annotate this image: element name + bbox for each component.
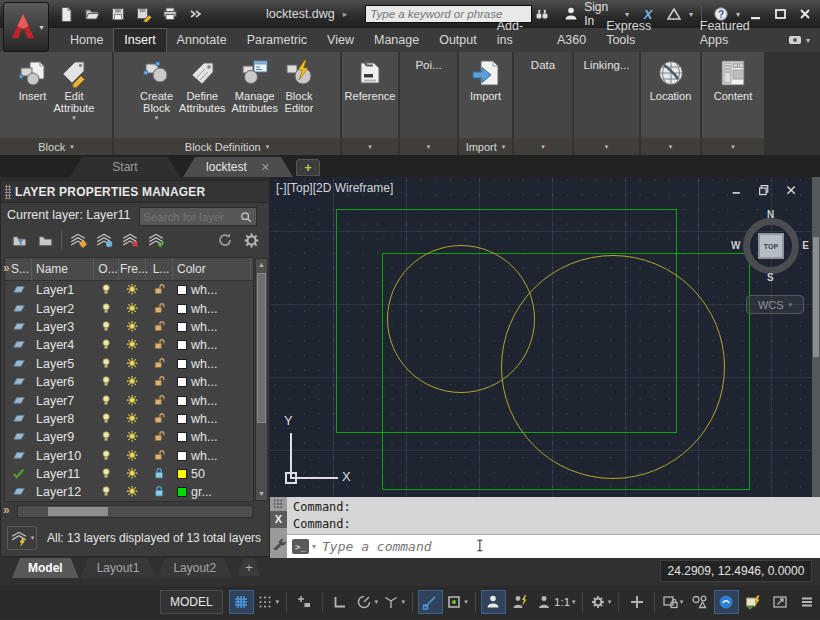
layer-locked-icon[interactable] <box>146 483 173 501</box>
location-button[interactable]: Location <box>648 55 694 103</box>
layer-color-cell[interactable]: wh... <box>173 410 251 428</box>
layer-on-icon[interactable] <box>94 336 119 354</box>
layer-on-icon[interactable] <box>94 465 119 483</box>
layer-row[interactable]: Layer6wh... <box>5 373 253 391</box>
layer-unlocked-icon[interactable] <box>146 355 173 373</box>
panel-expand-caret-icon[interactable]: ▾ <box>731 143 735 151</box>
layer-freeze-icon[interactable] <box>119 483 146 501</box>
isolate-objects-button[interactable] <box>687 590 712 614</box>
file-tab-close-icon[interactable]: ✕ <box>261 161 270 174</box>
ribbon-tab-home[interactable]: Home <box>60 29 113 52</box>
annotation-visibility-toggle[interactable] <box>481 590 506 614</box>
ribbon-tab-output[interactable]: Output <box>429 29 487 52</box>
ribbon-display-toggle[interactable]: ▾ <box>787 32 810 52</box>
command-input-row[interactable]: >_ ▾ <box>287 534 820 558</box>
save-as-button[interactable] <box>134 4 154 24</box>
layout-tab-layout2[interactable]: Layout2 <box>157 558 232 578</box>
application-menu-button[interactable]: ▾ <box>3 2 49 52</box>
viewcube-top-face[interactable]: TOP <box>758 233 784 259</box>
ribbon-tab-view[interactable]: View <box>317 29 364 52</box>
ribbon-tab-parametric[interactable]: Parametric <box>237 29 317 52</box>
hscroll-thumb[interactable] <box>48 507 108 516</box>
file-tab-start[interactable]: Start <box>70 157 180 177</box>
viewcube-east[interactable]: E <box>802 240 809 251</box>
layer-color-cell[interactable]: wh... <box>173 336 251 354</box>
layer-color-cell[interactable]: wh... <box>173 355 251 373</box>
hardware-acceleration-toggle[interactable] <box>714 590 739 614</box>
command-caret-icon[interactable]: ▾ <box>312 542 316 551</box>
panel-expand-caret-icon[interactable]: ▾ <box>70 143 74 151</box>
new-file-tab-button[interactable]: + <box>296 159 320 176</box>
layer-vertical-scrollbar[interactable]: ▲ ▼ <box>255 258 268 501</box>
layer-on-icon[interactable] <box>94 410 119 428</box>
set-current-layer-button[interactable] <box>146 230 166 250</box>
collapse-chevron-bottom-icon[interactable]: » <box>3 503 10 517</box>
content-button[interactable]: Content <box>712 55 755 103</box>
new-layer-frozen-button[interactable] <box>94 230 114 250</box>
layout-tab-layout1[interactable]: Layout1 <box>81 558 156 578</box>
grip-dots-icon[interactable] <box>273 499 283 509</box>
viewport-close-button[interactable] <box>785 184 798 197</box>
panel-title-bar[interactable]: Import▾ <box>459 138 512 155</box>
layer-freeze-icon[interactable] <box>119 355 146 373</box>
viewport-restore-button[interactable] <box>758 184 771 197</box>
layer-on-icon[interactable] <box>94 281 119 299</box>
graphics-performance-button[interactable] <box>741 590 766 614</box>
collapse-chevron-icon[interactable]: » <box>3 261 10 275</box>
layer-locked-icon[interactable] <box>146 465 173 483</box>
layer-unlocked-icon[interactable] <box>146 391 173 409</box>
layer-color-cell[interactable]: wh... <box>173 373 251 391</box>
layer-on-icon[interactable] <box>94 355 119 373</box>
column-header-5[interactable]: Color <box>173 258 251 280</box>
layer-freeze-icon[interactable] <box>119 336 146 354</box>
wcs-dropdown[interactable]: WCS ▾ <box>746 295 804 314</box>
ortho-mode-toggle[interactable] <box>328 590 353 614</box>
save-button[interactable] <box>108 4 128 24</box>
dropdown-caret-icon[interactable]: ▾ <box>72 114 76 122</box>
layer-search-box[interactable] <box>139 207 257 226</box>
settings-button[interactable] <box>241 230 261 250</box>
close-button[interactable] <box>794 4 816 24</box>
layer-row[interactable]: Layer9wh... <box>5 428 253 446</box>
panel-title-bar[interactable]: Block▾ <box>0 138 112 155</box>
open-file-button[interactable] <box>82 4 102 24</box>
ribbon-tab-a360[interactable]: A360 <box>547 29 596 52</box>
import-button[interactable]: Import <box>468 55 503 103</box>
workspace-switching-button[interactable]: ▾ <box>588 590 613 614</box>
panel-expand-caret-icon[interactable]: ▾ <box>266 143 270 151</box>
layer-freeze-icon[interactable] <box>119 428 146 446</box>
panel-title-bar[interactable]: ▾ <box>641 138 700 155</box>
command-prompt-icon[interactable]: >_ <box>292 539 309 554</box>
new-group-filter-button[interactable] <box>35 230 55 250</box>
layer-row[interactable]: Layer5wh... <box>5 355 253 373</box>
layer-row[interactable]: Layer10wh... <box>5 447 253 465</box>
layer-unlocked-icon[interactable] <box>146 410 173 428</box>
layer-on-icon[interactable] <box>94 483 119 501</box>
layer-freeze-icon[interactable] <box>119 299 146 317</box>
panel-title-bar[interactable]: ▾ <box>574 138 639 155</box>
command-input[interactable] <box>322 539 622 554</box>
layer-on-icon[interactable] <box>94 447 119 465</box>
layer-color-cell[interactable]: gr... <box>173 483 251 501</box>
scroll-up-icon[interactable]: ▲ <box>256 259 267 271</box>
layer-freeze-icon[interactable] <box>119 281 146 299</box>
layer-row[interactable]: Layer1150 <box>5 465 253 483</box>
viewport-minimize-button[interactable] <box>731 184 744 197</box>
object-snap-toggle[interactable]: ▾ <box>445 590 470 614</box>
layer-color-cell[interactable]: wh... <box>173 447 251 465</box>
annotation-scale-button[interactable]: 1:1▾ <box>535 590 578 614</box>
layer-row[interactable]: Layer7wh... <box>5 391 253 409</box>
panel-title-bar[interactable]: ▾ <box>514 138 572 155</box>
polar-tracking-toggle[interactable]: ▾ <box>355 590 380 614</box>
panel-title-bar[interactable]: ▾ <box>702 138 764 155</box>
layer-on-icon[interactable] <box>94 318 119 336</box>
panel-expand-caret-icon[interactable]: ▾ <box>368 143 372 151</box>
layer-freeze-icon[interactable] <box>119 391 146 409</box>
ribbon-tab-add-ins[interactable]: Add-ins <box>487 15 547 52</box>
layer-freeze-icon[interactable] <box>119 465 146 483</box>
layer-on-icon[interactable] <box>94 428 119 446</box>
delete-layer-button[interactable] <box>120 230 140 250</box>
insert-button[interactable]: Insert <box>16 55 50 103</box>
wrench-icon[interactable] <box>271 535 286 550</box>
ribbon-tab-express-tools[interactable]: Express Tools <box>596 15 690 52</box>
